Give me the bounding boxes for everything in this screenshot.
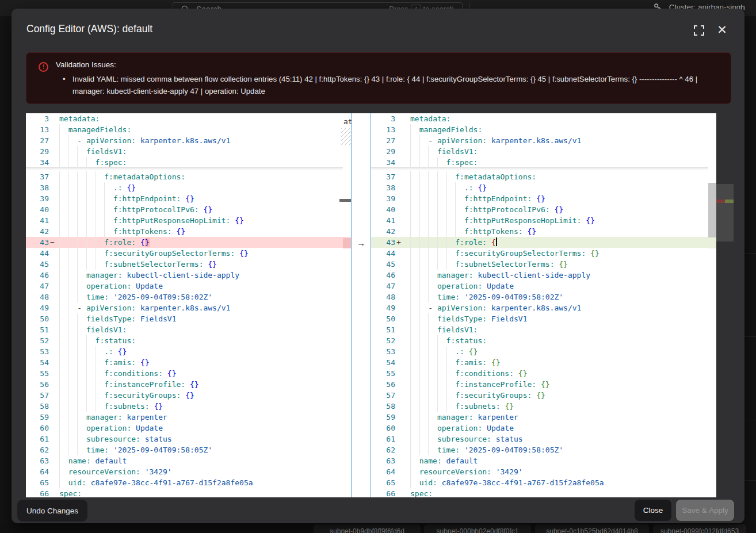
close-button[interactable]: Close bbox=[635, 500, 671, 521]
code-line-48: 48time: '2025-09-04T09:58:02Z' bbox=[371, 292, 708, 302]
code-line-56: 56f:instanceProfile: {} bbox=[26, 379, 343, 390]
sticky-scroll-right: 3metadata:13managedFields:27- apiVersion… bbox=[371, 113, 708, 168]
text-cursor bbox=[496, 237, 497, 246]
undo-changes-button[interactable]: Undo Changes bbox=[17, 500, 87, 522]
code-line-47: 47operation: Update bbox=[26, 281, 343, 292]
code-line-52: 52f:status: bbox=[371, 335, 708, 346]
code-line-63: 63name: default bbox=[26, 455, 343, 466]
code-line-40: 40f:httpProtocolIPv6: {} bbox=[26, 204, 343, 215]
code-line-64: 64resourceVersion: '3429' bbox=[26, 466, 343, 477]
code-line-37: 37f:metadataOptions: bbox=[371, 171, 708, 182]
code-line-64: 64resourceVersion: '3429' bbox=[371, 466, 708, 477]
code-line-50: 50fieldsType: FieldsV1 bbox=[371, 313, 708, 324]
ruler-deleted-mark bbox=[343, 237, 351, 248]
sash-drag-handle[interactable] bbox=[341, 128, 352, 145]
code-line-51: 51fieldsV1: bbox=[371, 324, 708, 335]
code-line-27: 27- apiVersion: karpenter.k8s.aws/v1 bbox=[371, 135, 708, 146]
code-line-58: 58f:subnets: {} bbox=[26, 401, 343, 412]
diff-sash[interactable]: → bbox=[351, 113, 371, 497]
code-line-41: 41f:httpPutResponseHopLimit: {} bbox=[26, 215, 343, 226]
code-line-55: 55f:conditions: {} bbox=[371, 368, 708, 379]
overview-deleted-mark bbox=[716, 200, 725, 203]
code-line-58: 58f:subnets: {} bbox=[371, 401, 708, 412]
code-line-44: 44f:securityGroupSelectorTerms: {} bbox=[26, 248, 343, 259]
code-line-60: 60operation: Update bbox=[26, 423, 343, 434]
code-line-29: 29fieldsV1: bbox=[371, 146, 708, 157]
code-line-45: 45f:subnetSelectorTerms: {} bbox=[26, 259, 343, 270]
code-line-46: 46manager: kubectl-client-side-apply bbox=[371, 270, 708, 281]
code-line-45: 45f:subnetSelectorTerms: {} bbox=[371, 259, 708, 270]
code-line-13: 13managedFields: bbox=[371, 124, 708, 135]
code-line-39: 39f:httpEndpoint: {} bbox=[371, 193, 708, 204]
code-line-43: 43−f:role: {} bbox=[26, 237, 343, 248]
fullscreen-button[interactable] bbox=[692, 24, 707, 39]
revert-change-arrow[interactable]: → bbox=[352, 237, 371, 248]
code-line-51: 51fieldsV1: bbox=[26, 324, 343, 335]
alert-title: Validation Issues: bbox=[56, 60, 116, 69]
right-scrollbar[interactable] bbox=[708, 113, 716, 497]
code-line-65: 65uid: c8afe97e-38cc-4f91-a767-d15f2a8fe… bbox=[26, 477, 343, 488]
code-line-42: 42f:httpTokens: {} bbox=[371, 226, 708, 237]
code-line-39: 39f:httpEndpoint: {} bbox=[26, 193, 343, 204]
yaml-diff-editor[interactable]: 3metadata:13managedFields:27- apiVersion… bbox=[26, 113, 734, 497]
code-line-61: 61subresource: status bbox=[371, 434, 708, 444]
code-line-34: 34f:spec: bbox=[371, 157, 708, 168]
code-line-3: 3metadata: bbox=[26, 113, 343, 124]
diff-modified-pane[interactable]: 3metadata:13managedFields:27- apiVersion… bbox=[371, 113, 708, 497]
background-panel-edge bbox=[744, 16, 756, 523]
code-body-right[interactable]: 37f:metadataOptions:38.: {}39f:httpEndpo… bbox=[371, 168, 708, 497]
code-line-46: 46manager: kubectl-client-side-apply bbox=[26, 270, 343, 281]
overview-viewport-slider[interactable] bbox=[716, 184, 734, 241]
config-editor-modal: Config Editor (AWS): default ✕ ! Validat… bbox=[12, 9, 744, 523]
diff-overview-ruler[interactable] bbox=[716, 113, 734, 497]
code-line-43: 43+f:role: { bbox=[371, 237, 708, 248]
subnet-chip: subnet-0099fc012fdfd653 bbox=[653, 524, 746, 533]
code-line-38: 38.: {} bbox=[26, 182, 343, 193]
close-icon[interactable]: ✕ bbox=[715, 22, 730, 37]
code-line-62: 62time: '2025-09-04T09:58:05Z' bbox=[26, 444, 343, 455]
bullet: • bbox=[63, 73, 72, 97]
code-line-54: 54f:amis: {} bbox=[371, 357, 708, 368]
background-subnet-row: subnet-0b9dbf8ff9f6fd6dsubnet-000bh02e0d… bbox=[0, 523, 756, 533]
code-line-57: 57f:securityGroups: {} bbox=[371, 390, 708, 401]
overview-added-mark bbox=[725, 200, 734, 203]
validation-alert: ! Validation Issues: • Invalid YAML: mis… bbox=[26, 52, 731, 104]
code-line-40: 40f:httpProtocolIPv6: {} bbox=[371, 204, 708, 215]
code-line-57: 57f:securityGroups: {} bbox=[26, 390, 343, 401]
code-line-13: 13managedFields: bbox=[26, 124, 343, 135]
code-line-38: 38.: {} bbox=[371, 182, 708, 193]
code-line-53: 53.: {} bbox=[26, 346, 343, 357]
code-line-59: 59manager: karpenter bbox=[371, 412, 708, 423]
code-line-56: 56f:instanceProfile: {} bbox=[371, 379, 708, 390]
alert-message: • Invalid YAML: missed comma between flo… bbox=[63, 73, 721, 97]
code-line-52: 52f:status: bbox=[26, 335, 343, 346]
subnet-chip: subnet-0c1b525bd62d4014b8 bbox=[535, 524, 649, 533]
code-line-44: 44f:securityGroupSelectorTerms: {} bbox=[371, 248, 708, 259]
code-line-55: 55f:conditions: {} bbox=[26, 368, 343, 379]
code-line-48: 48time: '2025-09-04T09:58:02Z' bbox=[26, 292, 343, 302]
code-line-27: 27- apiVersion: karpenter.k8s.aws/v1 bbox=[26, 135, 343, 146]
code-line-63: 63name: default bbox=[371, 455, 708, 466]
ruler-change-mark bbox=[339, 199, 351, 202]
save-apply-button: Save & Apply bbox=[676, 500, 734, 521]
code-line-54: 54f:amis: {} bbox=[26, 357, 343, 368]
code-body-left[interactable]: 37f:metadataOptions:38.: {}39f:httpEndpo… bbox=[26, 168, 343, 497]
code-line-3: 3metadata: bbox=[371, 113, 708, 124]
fullscreen-icon bbox=[694, 25, 704, 36]
danger-icon: ! bbox=[39, 62, 48, 72]
left-overview-ruler bbox=[343, 113, 351, 497]
code-line-66: 66spec: bbox=[371, 488, 708, 497]
scrollbar-added-band bbox=[708, 237, 716, 248]
code-line-42: 42f:httpTokens: {} bbox=[26, 226, 343, 237]
sticky-scroll-left: 3metadata:13managedFields:27- apiVersion… bbox=[26, 113, 343, 168]
code-line-59: 59manager: karpenter bbox=[26, 412, 343, 423]
code-line-41: 41f:httpPutResponseHopLimit: {} bbox=[371, 215, 708, 226]
code-line-47: 47operation: Update bbox=[371, 281, 708, 292]
subnet-chip: subnet-0b9dbf8ff9f6fd6d bbox=[314, 524, 421, 533]
code-line-37: 37f:metadataOptions: bbox=[26, 171, 343, 182]
subnet-chip: subnet-000bh02e0df8f0fc1 bbox=[424, 524, 531, 533]
code-line-62: 62time: '2025-09-04T09:58:05Z' bbox=[371, 444, 708, 455]
diff-original-pane[interactable]: 3metadata:13managedFields:27- apiVersion… bbox=[26, 113, 343, 497]
modal-title: Config Editor (AWS): default bbox=[26, 23, 152, 35]
scrollbar-slider[interactable] bbox=[708, 183, 716, 237]
